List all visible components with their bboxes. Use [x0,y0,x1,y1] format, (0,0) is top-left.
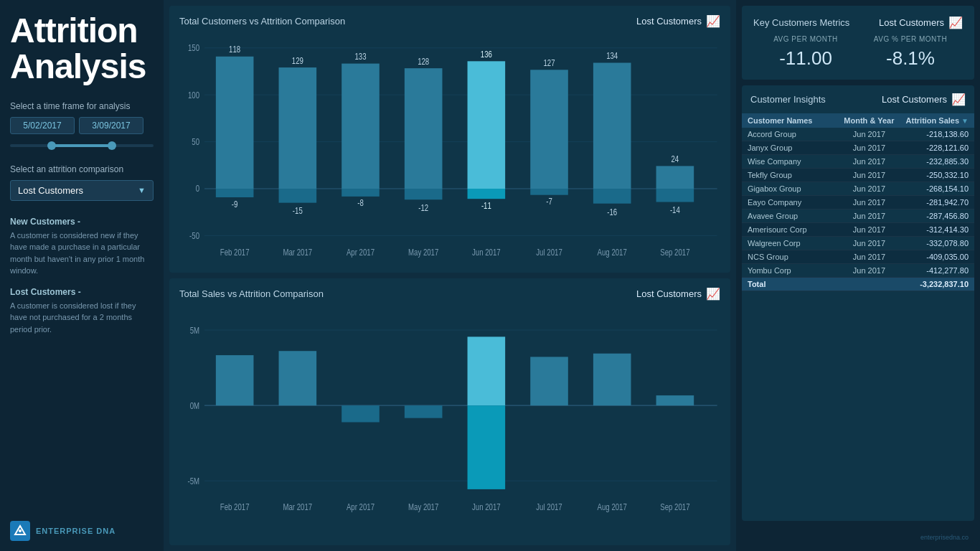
svg-text:-8: -8 [357,198,364,207]
date-range-slider[interactable] [10,140,154,151]
bar-sep-neg [656,189,694,202]
insights-metric-label: Lost Customers [882,94,947,105]
table-row: Tekfly Group Jun 2017 -250,332.10 [742,169,974,182]
svg-text:-7: -7 [546,197,552,206]
watermark-area: enterprisedna.co [742,527,974,545]
bottom-chart-svg: 5M 0M -5M [179,305,720,540]
table-row: NCS Group Jun 2017 -409,035.00 [742,250,974,264]
top-chart-panel: Total Customers vs Attrition Comparison … [169,6,730,273]
avg-per-month-label: AVG PER MONTH [753,35,858,43]
bar-jun-neg [468,189,506,199]
bottom-bar-jul-pos [530,357,568,405]
svg-text:129: 129 [292,56,303,65]
slider-thumb-left[interactable] [47,141,56,150]
svg-text:Jun 2017: Jun 2017 [472,248,501,257]
top-bar-chart: 150 100 50 0 -50 118 -9 [179,32,720,267]
svg-text:Aug 2017: Aug 2017 [598,248,627,257]
table-row: Gigabox Group Jun 2017 -268,154.10 [742,182,974,196]
main-content: Total Customers vs Attrition Comparison … [164,0,736,551]
bar-jul-pos [530,70,568,189]
bottom-bar-aug-pos [593,354,631,405]
svg-text:50: 50 [192,137,199,146]
svg-text:Jun 2017: Jun 2017 [472,502,501,512]
svg-text:100: 100 [188,90,199,100]
bottom-bar-feb-pos [216,355,254,405]
table-row: Eayo Company Jun 2017 -281,942.70 [742,196,974,209]
svg-text:128: 128 [418,57,429,66]
right-panel: Key Customers Metrics Lost Customers 📈 A… [736,0,980,551]
svg-text:Sep 2017: Sep 2017 [660,502,689,512]
attrition-dropdown[interactable]: Lost Customers ▼ [10,180,154,201]
dropdown-value: Lost Customers [18,185,83,196]
date-start-input[interactable]: 5/02/2017 [10,117,75,134]
bottom-chart-header: Total Sales vs Attrition Comparison Lost… [179,287,720,301]
watermark-text: enterprisedna.co [920,534,969,541]
trend-icon-metrics: 📈 [948,16,963,29]
new-customers-text: A customer is considered new if they hav… [10,230,154,277]
insights-panel: Customer Insights Lost Customers 📈 Custo… [742,85,974,521]
chevron-down-icon: ▼ [138,186,146,194]
metric-columns: AVG PER MONTH -11.00 AVG % PER MONTH -8.… [753,35,963,70]
slider-thumb-right[interactable] [108,141,116,150]
bottom-bar-sep-pos [656,395,694,405]
avg-pct-col: AVG % PER MONTH -8.1% [858,35,963,70]
sidebar: Attrition Analysis Select a time frame f… [0,0,164,551]
bottom-bar-chart: 5M 0M -5M [179,305,720,540]
date-end-input[interactable]: 3/09/2017 [79,117,143,134]
enterprise-dna-logo-icon [10,521,30,541]
svg-text:0: 0 [196,184,199,193]
svg-text:136: 136 [481,50,492,59]
svg-text:118: 118 [229,44,240,54]
table-row: Janyx Group Jun 2017 -228,121.60 [742,141,974,155]
bottom-chart-canvas: 5M 0M -5M [179,305,720,540]
avg-pct-value: -8.1% [858,47,963,70]
key-metrics-header: Key Customers Metrics Lost Customers 📈 [753,16,963,29]
bottom-chart-metric: Lost Customers 📈 [636,287,720,301]
date-range-inputs: 5/02/2017 3/09/2017 [10,117,154,134]
svg-text:Mar 2017: Mar 2017 [283,248,312,257]
svg-text:Apr 2017: Apr 2017 [347,502,374,512]
timeframe-label: Select a time frame for analysis [10,101,154,111]
avg-pct-label: AVG % PER MONTH [858,35,963,43]
bar-aug-pos [593,63,631,189]
bar-apr-pos [341,64,380,189]
table-row: Wise Company Jun 2017 -232,885.30 [742,155,974,169]
svg-text:-15: -15 [293,206,303,215]
insights-metric: Lost Customers 📈 [882,93,966,106]
table-total-row: Total -3,232,837.10 [742,278,974,291]
col-header-customer: Customer Names [748,116,836,125]
table-row: Yombu Corp Jun 2017 -412,277.80 [742,264,974,278]
new-customers-info: New Customers - A customer is considered… [10,217,154,277]
bar-jun-pos [468,61,506,189]
svg-text:-12: -12 [418,203,428,212]
svg-text:-50: -50 [189,231,199,240]
svg-text:Feb 2017: Feb 2017 [220,248,250,257]
top-chart-metric: Lost Customers 📈 [636,14,720,28]
avg-per-month-value: -11.00 [753,47,858,70]
avg-per-month-col: AVG PER MONTH -11.00 [753,35,858,70]
lost-customers-info: Lost Customers - A customer is considere… [10,287,154,336]
trend-icon-insights: 📈 [951,93,966,106]
bottom-chart-title: Total Sales vs Attrition Comparison [179,288,324,299]
bottom-bar-mar-pos [279,351,317,405]
top-chart-svg: 150 100 50 0 -50 118 -9 [179,32,720,267]
bottom-bar-jun-neg [468,405,506,489]
key-metrics-title: Key Customers Metrics [753,17,849,28]
insights-table: Customer Names Month & Year Attrition Sa… [742,113,974,521]
slider-fill [50,144,110,147]
svg-text:Jul 2017: Jul 2017 [536,248,562,257]
svg-text:Jul 2017: Jul 2017 [536,502,562,512]
bottom-chart-panel: Total Sales vs Attrition Comparison Lost… [169,278,730,545]
table-row: Avavee Group Jun 2017 -287,456.80 [742,209,974,223]
svg-point-1 [19,529,22,532]
table-row: Walgreen Corp Jun 2017 -332,078.80 [742,237,974,250]
sidebar-footer: ENTERPRISE DNA [10,521,116,541]
bottom-bar-jun-pos [468,336,506,405]
svg-text:Sep 2017: Sep 2017 [660,248,689,257]
col-header-month: Month & Year [836,116,902,125]
svg-text:24: 24 [672,154,679,164]
svg-text:-14: -14 [670,205,680,215]
bar-may-pos [405,68,443,189]
svg-text:134: 134 [606,51,618,60]
bottom-bar-apr-neg [341,405,380,422]
